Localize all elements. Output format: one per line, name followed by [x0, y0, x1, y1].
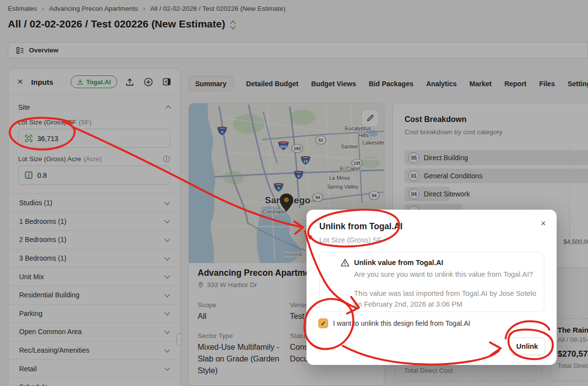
- unlink-confirm-label: I want to unlink this design field from …: [333, 319, 470, 327]
- warning-title: Unlink value from Togal.AI: [354, 259, 443, 266]
- unlink-button[interactable]: Unlink: [509, 338, 545, 355]
- warning-triangle-icon: [340, 258, 350, 267]
- check-icon: ✓: [321, 320, 326, 327]
- warning-detail: This value was last imported from Togal.…: [354, 288, 540, 310]
- app-window: Estimates › Advancing Precon Apartments …: [0, 0, 588, 386]
- modal-title: Unlink from Togal.AI: [319, 221, 403, 232]
- modal-subtitle: Lot Size (Gross) SF: [319, 236, 382, 244]
- unlink-confirm-row: ✓ I want to unlink this design field fro…: [318, 318, 470, 328]
- warning-question: Are you sure you want to unlink this val…: [354, 270, 533, 278]
- close-icon[interactable]: ×: [540, 218, 546, 229]
- warning-box: Unlink value from Togal.AI Are you sure …: [319, 252, 544, 312]
- unlink-modal: Unlink from Togal.AI Lot Size (Gross) SF…: [307, 210, 557, 365]
- unlink-confirm-checkbox[interactable]: ✓: [318, 318, 328, 328]
